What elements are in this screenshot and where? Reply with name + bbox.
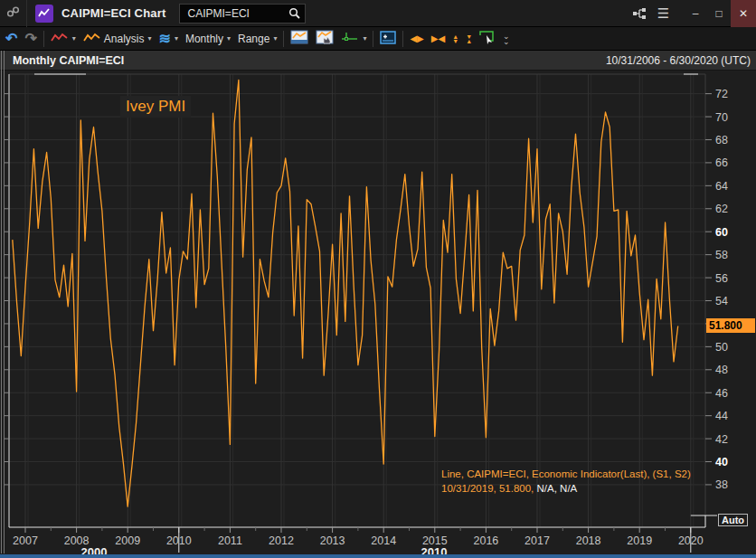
y-axis-tick-label: 70 <box>715 111 728 124</box>
add-panel-button[interactable] <box>376 29 400 49</box>
x-axis-year-label: 2018 <box>576 534 601 547</box>
x-axis-year-label: 2019 <box>627 534 652 547</box>
link-icon <box>6 5 20 22</box>
legend-series-line: Line, CAIPMI=ECI, Economic Indicator(Las… <box>441 467 691 481</box>
panel-splitter-grip[interactable] <box>1 51 5 553</box>
chart-date-range: 10/31/2006 - 6/30/2020 (UTC) <box>606 54 751 67</box>
title-bar: CAIPMI=ECI Chart CAIPMI=ECI ☰ <box>0 0 756 27</box>
last-price-badge: 51.800 <box>706 318 755 333</box>
zoom-select-button[interactable] <box>476 29 499 49</box>
line-style-button[interactable]: ▾ <box>47 29 80 49</box>
toolbar-divider <box>373 31 373 47</box>
chevron-down-icon: ▾ <box>227 34 231 43</box>
window-controls: – □ ✕ <box>684 0 756 27</box>
y-axis-tick-label: 60 <box>715 226 728 239</box>
analysis-button[interactable]: Analysis ▾ <box>80 29 156 49</box>
y-axis-tick-label: 58 <box>715 249 728 261</box>
chart-title: Monthly CAIPMI=ECI <box>13 54 124 67</box>
y-axis-tick-label: 56 <box>715 272 728 285</box>
y-axis-tick-label: 50 <box>715 341 728 354</box>
expand-vertical-icon: ▲▼ <box>452 34 458 43</box>
chart-toolbar: ↶ ↷ ▾ Analysis ▾ ≋ ▾ Monthly <box>0 27 756 51</box>
close-button[interactable]: ✕ <box>731 0 756 27</box>
redo-button[interactable]: ↷ <box>21 29 40 49</box>
price-series-line[interactable] <box>13 80 678 506</box>
y-axis-tick-label: 46 <box>715 387 728 400</box>
selection-rectangle-icon <box>479 31 496 47</box>
symbol-search-input[interactable]: CAIPMI=ECI <box>179 4 306 24</box>
waves-icon: ≋ <box>159 30 171 47</box>
y-axis-tick-label: 62 <box>715 203 728 215</box>
auto-scale-button[interactable]: Auto <box>718 514 748 526</box>
x-axis-year-label: 2013 <box>320 534 345 547</box>
x-axis-year-label: 2012 <box>269 534 294 547</box>
range-selector[interactable]: Range ▾ <box>234 29 280 49</box>
chevron-down-icon: ▾ <box>148 34 152 43</box>
y-axis-tick-label: 38 <box>715 478 728 491</box>
chart-legend: Line, CAIPMI=ECI, Economic Indicator(Las… <box>441 467 691 496</box>
chart-header: Monthly CAIPMI=ECI 10/31/2006 - 6/30/202… <box>0 51 756 71</box>
y-axis-tick-label: 64 <box>715 180 728 193</box>
y-axis-tick-label: 44 <box>715 410 728 422</box>
x-axis-year-label: 2007 <box>13 534 38 547</box>
link-channel-button[interactable] <box>0 0 27 27</box>
linked-channels-icon[interactable] <box>628 0 651 27</box>
analysis-label: Analysis <box>104 33 145 45</box>
y-axis-tick-label: 54 <box>715 295 728 307</box>
expand-horizontal-button[interactable]: ◀▶ <box>406 29 427 49</box>
x-axis-year-label: 2011 <box>218 534 242 547</box>
y-axis-tick-label: 66 <box>715 156 728 169</box>
chevron-down-icon: ▾ <box>273 34 277 43</box>
chart-type-button[interactable] <box>287 29 312 49</box>
x-axis-year-label: 2010 <box>166 534 192 547</box>
decade-label: 2010 <box>421 545 448 554</box>
chevron-down-icon: ▾ <box>72 34 76 43</box>
menu-icon[interactable]: ☰ <box>651 0 675 27</box>
legend-last-value: 10/31/2019, 51.800, <box>441 483 534 494</box>
bottom-accent-bar <box>0 554 756 558</box>
interval-label: Monthly <box>185 33 223 45</box>
x-axis-year-label: 2009 <box>115 534 140 547</box>
expand-vertical-button[interactable]: ▲▼ <box>449 29 462 49</box>
x-axis-year-label: 2017 <box>524 534 550 547</box>
chevron-down-icon: ▾ <box>363 34 366 43</box>
price-level-tool-button[interactable]: ▾ <box>337 29 370 49</box>
line-style-icon <box>51 33 69 45</box>
minimize-button[interactable]: – <box>684 0 707 27</box>
y-axis-tick-label: 48 <box>715 364 728 376</box>
toolbar-divider <box>283 31 284 47</box>
undo-button[interactable]: ↶ <box>2 29 21 49</box>
symbol-search-value: CAIPMI=ECI <box>180 7 285 20</box>
toolbar-divider <box>43 31 44 47</box>
add-panel-icon <box>380 31 396 47</box>
y-axis-tick-label: 72 <box>715 88 728 100</box>
decade-label: 2000 <box>81 545 108 554</box>
interval-selector[interactable]: Monthly ▾ <box>182 29 234 49</box>
chart-window: CAIPMI=ECI Chart CAIPMI=ECI ☰ <box>0 0 756 558</box>
chart-app-icon <box>35 5 53 23</box>
x-axis-year-label: 2016 <box>473 534 498 547</box>
x-axis-year-label: 2014 <box>371 534 396 547</box>
chart-area[interactable]: 3840424446485052545658606264666870722007… <box>0 71 756 554</box>
chart-drag-button[interactable] <box>312 29 337 49</box>
toolbar-overflow-button[interactable]: ⌄⌄ <box>499 29 514 49</box>
compress-horizontal-button[interactable]: ▶◀ <box>428 29 449 49</box>
price-level-icon <box>341 31 359 46</box>
analysis-icon <box>83 33 101 45</box>
y-axis-tick-label: 40 <box>715 456 728 468</box>
y-axis-tick-label: 42 <box>715 433 728 446</box>
y-axis-tick-label: 68 <box>715 134 728 147</box>
chart-annotation[interactable]: Ivey PMI <box>120 96 191 118</box>
maximize-button[interactable]: □ <box>707 0 731 27</box>
chevron-down-icon: ▾ <box>175 34 178 43</box>
toolbar-divider <box>402 31 403 47</box>
chart-thumbnail-icon <box>290 30 308 47</box>
search-icon[interactable] <box>285 7 305 19</box>
range-label: Range <box>238 33 269 45</box>
wave-analysis-button[interactable]: ≋ ▾ <box>156 29 182 49</box>
overflow-chevrons-icon: ⌄⌄ <box>503 33 510 44</box>
x-axis-year-label: 2020 <box>678 534 704 547</box>
compress-vertical-button[interactable]: ▼▲ <box>462 29 476 49</box>
chart-hand-icon <box>316 30 334 47</box>
legend-na-values: N/A, N/A <box>537 483 578 494</box>
